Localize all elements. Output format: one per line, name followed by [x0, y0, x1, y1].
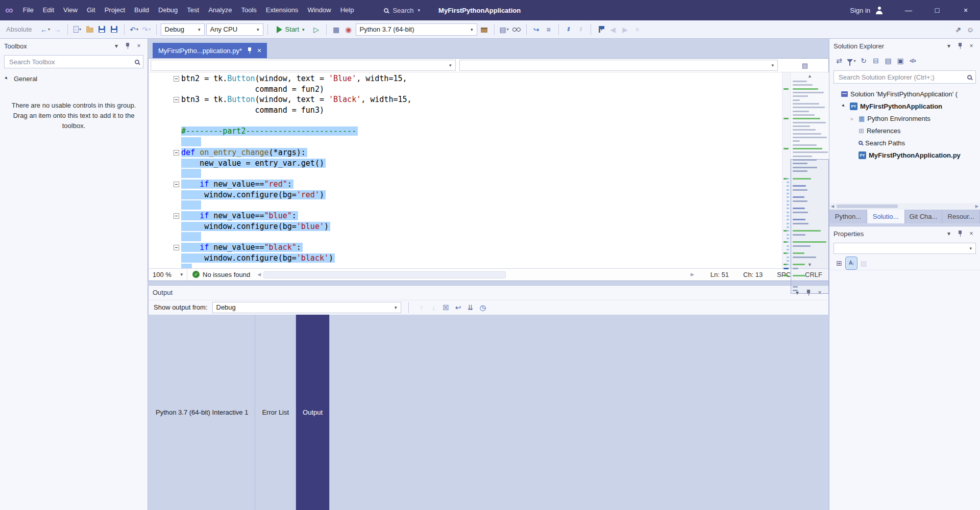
filter-icon[interactable]: ▾ — [846, 55, 857, 67]
panel-tab-git-cha[interactable]: Git Cha... — [905, 210, 943, 223]
tool-window-tab-error-list[interactable]: Error List — [255, 315, 296, 510]
code-line[interactable]: if new_value=="black": — [149, 242, 782, 253]
close-icon[interactable]: × — [967, 41, 976, 51]
save-icon[interactable] — [96, 23, 108, 36]
format-document-icon[interactable]: ≡ — [543, 23, 554, 36]
toolbox-section-general[interactable]: ▸ General — [0, 70, 148, 87]
code-line[interactable]: command = fun2) — [149, 84, 782, 95]
toggle-bookmark-icon[interactable]: ▾ — [595, 23, 606, 36]
solution-configurations-icon[interactable]: ▤▾ — [499, 23, 510, 36]
code-line[interactable]: window.configure(bg='red') — [149, 190, 782, 200]
pin-icon[interactable] — [123, 41, 132, 51]
fold-collapse-icon[interactable] — [174, 182, 179, 187]
solution-explorer-search-input[interactable] — [838, 73, 964, 82]
toolbox-search-input[interactable] — [8, 58, 132, 66]
expander-expanded-icon[interactable]: ▸ — [841, 103, 849, 110]
tree-item-solution-myfirstpythonapplicatio[interactable]: Solution 'MyFirstPythonApplication' ( — [829, 88, 980, 100]
property-pages-icon[interactable]: ▤ — [858, 257, 869, 269]
toolbox-search[interactable] — [4, 55, 143, 68]
tree-item-myfirstpythonapplication[interactable]: ▸PYMyFirstPythonApplication — [829, 100, 980, 112]
send-feedback-icon[interactable]: ☺ — [965, 23, 976, 36]
python-package-manager-icon[interactable] — [479, 23, 490, 36]
code-line[interactable]: def on_entry_change(*args): — [149, 147, 782, 158]
tree-item-search-paths[interactable]: Search Paths — [829, 137, 980, 149]
menu-view[interactable]: View — [59, 0, 82, 20]
send-to-interactive-icon[interactable]: ↪ — [531, 23, 542, 36]
fold-collapse-icon[interactable] — [174, 76, 179, 82]
maximize-button[interactable]: □ — [923, 0, 951, 20]
menu-project[interactable]: Project — [100, 0, 130, 20]
menu-extensions[interactable]: Extensions — [261, 0, 303, 20]
tree-item-references[interactable]: ⊞References — [829, 124, 980, 137]
column-indicator[interactable]: Ch: 13 — [743, 271, 763, 278]
fold-collapse-icon[interactable] — [174, 245, 179, 250]
member-dropdown[interactable]: ▾ — [459, 60, 778, 71]
attach-to-process-icon[interactable]: ▦ — [331, 23, 342, 36]
close-icon[interactable]: × — [967, 228, 976, 239]
close-button[interactable]: × — [951, 0, 980, 20]
document-tab[interactable]: MyFirstPytho...pplication.py* × — [153, 43, 267, 58]
go-to-next-message-icon[interactable]: ↓ — [428, 301, 439, 314]
menu-git[interactable]: Git — [82, 0, 100, 20]
line-indicator[interactable]: Ln: 51 — [710, 271, 729, 278]
code-line[interactable]: btn3 = tk.Button(window, text = 'Black',… — [149, 94, 782, 105]
time-info-icon[interactable]: ◷ — [477, 301, 488, 314]
sync-with-active-document-icon[interactable]: ⇄ — [834, 55, 845, 67]
properties-object-combo[interactable]: ▾ — [834, 243, 976, 254]
zoom-combo[interactable]: 100 %▾ — [149, 269, 187, 280]
code-line[interactable] — [149, 232, 782, 242]
collapse-all-icon[interactable]: ⊟ — [870, 55, 881, 67]
user-avatar-icon[interactable] — [875, 7, 883, 14]
comment-out-icon[interactable]: // — [563, 23, 574, 36]
scroll-up-icon[interactable]: ▲ — [791, 73, 829, 79]
scrollbar-thumb[interactable] — [837, 205, 898, 208]
go-to-previous-message-icon[interactable]: ↑ — [416, 301, 427, 314]
window-position-icon[interactable]: ▾ — [944, 41, 953, 51]
expander-collapsed-icon[interactable]: ▹ — [851, 116, 856, 121]
code-line[interactable] — [149, 263, 782, 268]
code-line[interactable]: window.configure(bg='black') — [149, 253, 782, 264]
menu-tools[interactable]: Tools — [236, 0, 261, 20]
code-line[interactable] — [149, 137, 782, 147]
back-icon[interactable]: ←▾ — [40, 23, 51, 36]
solution-explorer-search[interactable] — [834, 70, 976, 84]
menu-debug[interactable]: Debug — [154, 0, 182, 20]
view-code-icon[interactable]: </> — [907, 55, 918, 67]
forward-icon[interactable]: → — [52, 23, 63, 36]
code-line[interactable]: if new_value=="blue": — [149, 211, 782, 221]
menu-edit[interactable]: Edit — [38, 0, 59, 20]
show-all-files-icon[interactable]: ▤ — [883, 55, 894, 67]
tool-window-tab-python-3-7-64-bit-interactive-1[interactable]: Python 3.7 (64-bit) Interactive 1 — [149, 315, 255, 510]
tree-item-python-environments[interactable]: ▹▦Python Environments — [829, 112, 980, 124]
type-dropdown[interactable]: ▾ — [151, 60, 456, 71]
platform-combo[interactable]: Any CPU▾ — [206, 23, 263, 36]
code-line[interactable]: btn2 = tk.Button(window, text = 'Blue', … — [149, 73, 782, 84]
tool-window-tab-output[interactable]: Output — [296, 315, 330, 510]
start-options-chevron-icon[interactable]: ▾ — [302, 27, 305, 32]
fold-collapse-icon[interactable] — [174, 213, 179, 219]
panel-tab-resour[interactable]: Resour... — [942, 210, 980, 223]
menu-analyze[interactable]: Analyze — [204, 0, 236, 20]
minimize-button[interactable]: — — [894, 0, 923, 20]
python-interactive-icon[interactable] — [511, 23, 522, 36]
categorized-icon[interactable]: ⊞ — [834, 257, 845, 269]
start-without-debugging-icon[interactable]: ▷ — [311, 23, 322, 36]
new-file-icon[interactable]: ▾ — [72, 23, 83, 36]
python-environment-combo[interactable]: Python 3.7 (64-bit)▾ — [356, 23, 477, 36]
space-indicator[interactable]: SPC — [777, 271, 791, 278]
uncomment-icon[interactable]: // — [575, 23, 586, 36]
code-line[interactable]: window.configure(bg='blue') — [149, 221, 782, 232]
tree-item-myfirstpythonapplication-py[interactable]: PYMyFirstPythonApplication.py — [829, 149, 980, 161]
minimap-scrollbar[interactable]: ▲ ▼ — [790, 72, 829, 268]
pin-icon[interactable] — [955, 41, 965, 51]
horizontal-scrollbar[interactable]: ◀ ▶ — [255, 269, 696, 280]
minimap-viewport[interactable] — [791, 159, 829, 294]
code-editor[interactable]: btn2 = tk.Button(window, text = 'Blue', … — [148, 72, 829, 268]
code-line[interactable]: if new_value=="red": — [149, 179, 782, 190]
panel-tab-python[interactable]: Python... — [829, 210, 867, 223]
configuration-combo[interactable]: Debug▾ — [161, 23, 205, 36]
window-position-icon[interactable]: ▾ — [112, 41, 121, 51]
scroll-left-icon[interactable]: ◀ — [257, 272, 261, 277]
pin-tab-icon[interactable] — [247, 47, 253, 54]
properties-icon[interactable]: ▣ — [895, 55, 906, 67]
